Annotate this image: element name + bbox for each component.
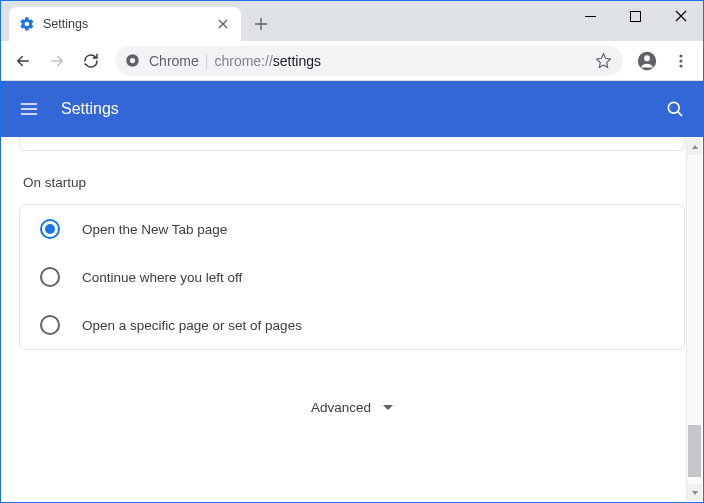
radio-label: Open the New Tab page	[82, 222, 227, 237]
chevron-down-icon	[383, 405, 393, 410]
settings-appbar: Settings	[1, 81, 703, 137]
radio-label: Open a specific page or set of pages	[82, 318, 302, 333]
radio-open-specific-pages[interactable]: Open a specific page or set of pages	[20, 301, 684, 349]
new-tab-button[interactable]	[247, 10, 275, 38]
browser-toolbar: Chrome | chrome://settings	[1, 41, 703, 81]
window-controls	[568, 1, 703, 31]
kebab-menu-icon[interactable]	[665, 45, 697, 77]
chrome-page-icon	[125, 53, 141, 69]
svg-point-5	[679, 54, 682, 57]
close-window-button[interactable]	[658, 1, 703, 31]
hamburger-menu-icon[interactable]	[17, 97, 41, 121]
radio-icon	[40, 315, 60, 335]
settings-content[interactable]: On startup Open the New Tab page Continu…	[1, 137, 703, 502]
previous-card-edge	[19, 137, 685, 151]
svg-rect-0	[631, 11, 641, 21]
svg-point-4	[644, 55, 650, 61]
address-path: settings	[273, 53, 321, 69]
browser-tab[interactable]: Settings	[9, 7, 241, 41]
reload-button[interactable]	[75, 45, 107, 77]
address-prefix: Chrome	[149, 53, 199, 69]
radio-icon	[40, 219, 60, 239]
forward-button[interactable]	[41, 45, 73, 77]
bookmark-star-icon[interactable]	[593, 52, 613, 69]
maximize-button[interactable]	[613, 1, 658, 31]
radio-open-new-tab[interactable]: Open the New Tab page	[20, 205, 684, 253]
radio-label: Continue where you left off	[82, 270, 242, 285]
address-scheme: chrome://	[214, 53, 272, 69]
startup-options-card: Open the New Tab page Continue where you…	[19, 204, 685, 350]
section-title-startup: On startup	[23, 175, 685, 190]
minimize-button[interactable]	[568, 1, 613, 31]
svg-point-6	[679, 59, 682, 62]
window-titlebar: Settings	[1, 1, 703, 41]
advanced-label: Advanced	[311, 400, 371, 415]
address-divider: |	[205, 53, 209, 69]
profile-avatar-icon[interactable]	[631, 45, 663, 77]
tab-title: Settings	[43, 17, 215, 31]
back-button[interactable]	[7, 45, 39, 77]
settings-gear-icon	[19, 16, 35, 32]
close-tab-icon[interactable]	[215, 16, 231, 32]
svg-point-2	[130, 58, 135, 63]
svg-point-7	[679, 64, 682, 67]
radio-continue-left-off[interactable]: Continue where you left off	[20, 253, 684, 301]
address-bar[interactable]: Chrome | chrome://settings	[115, 46, 623, 76]
search-icon[interactable]	[663, 97, 687, 121]
advanced-toggle[interactable]: Advanced	[19, 400, 685, 415]
radio-icon	[40, 267, 60, 287]
page-title: Settings	[61, 100, 663, 118]
